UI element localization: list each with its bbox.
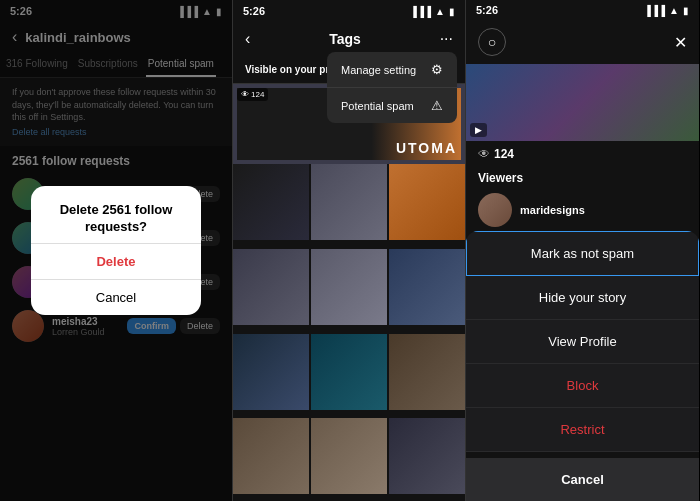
action-sheet: Mark as not spam Hide your story View Pr… — [466, 231, 699, 452]
mark-not-spam-item[interactable]: Mark as not spam — [466, 231, 699, 276]
viewer-avatar — [478, 193, 512, 227]
battery-icon: ▮ — [683, 5, 689, 16]
view-profile-item[interactable]: View Profile — [466, 320, 699, 364]
p2-header-icons: ··· — [440, 30, 453, 48]
story-label: ▶ — [470, 123, 487, 137]
photo-cell[interactable] — [311, 164, 387, 240]
viewer-item: maridesigns — [466, 189, 699, 231]
view-count-number: 124 — [494, 147, 514, 161]
cancel-button[interactable]: Cancel — [466, 458, 699, 501]
status-bar-3: 5:26 ▐▐▐ ▲ ▮ — [466, 0, 699, 20]
signal-icon: ▐▐▐ — [644, 5, 665, 16]
p3-header: ○ ✕ — [466, 20, 699, 64]
view-count: 124 — [251, 90, 264, 99]
view-count-row: 👁 124 — [466, 141, 699, 167]
eye-icon: 👁 — [241, 90, 249, 99]
photo-cell[interactable] — [389, 334, 465, 410]
action-sheet-section: Mark as not spam Hide your story View Pr… — [466, 231, 699, 501]
status-icons-3: ▐▐▐ ▲ ▮ — [644, 5, 689, 16]
tags-title: Tags — [329, 31, 361, 47]
status-icons-2: ▐▐▐ ▲ ▮ — [410, 6, 455, 17]
status-bar-2: 5:26 ▐▐▐ ▲ ▮ — [233, 0, 465, 22]
manage-menu: Manage setting ⚙ Potential spam ⚠ — [327, 52, 457, 123]
panel-tags: 5:26 ▐▐▐ ▲ ▮ ‹ Tags ··· Manage setting ⚙… — [233, 0, 466, 501]
photo-cell[interactable] — [233, 334, 309, 410]
photo-cell[interactable] — [311, 249, 387, 325]
photo-grid — [233, 164, 465, 501]
settings-icon: ⚙ — [431, 62, 443, 77]
potential-spam-label: Potential spam — [341, 100, 414, 112]
modal-cancel-button[interactable]: Cancel — [31, 280, 201, 315]
viewers-title: Viewers — [466, 167, 699, 189]
status-time-2: 5:26 — [243, 5, 265, 17]
battery-icon: ▮ — [449, 6, 455, 17]
panel-follow-requests: 5:26 ▐▐▐ ▲ ▮ ‹ kalindi_rainbows 316 Foll… — [0, 0, 233, 501]
block-item[interactable]: Block — [466, 364, 699, 408]
person-icon: ○ — [488, 34, 496, 50]
photo-cell[interactable] — [233, 418, 309, 494]
p2-header: ‹ Tags ··· — [233, 22, 465, 56]
panel-story-viewers: 5:26 ▐▐▐ ▲ ▮ ○ ✕ ▶ 👁 124 Viewers marides… — [466, 0, 699, 501]
photo-cell[interactable] — [233, 164, 309, 240]
delete-modal: Delete 2561 follow requests? Delete Canc… — [31, 186, 201, 316]
hide-story-item[interactable]: Hide your story — [466, 276, 699, 320]
profile-circle-icon: ○ — [478, 28, 506, 56]
manage-setting-item[interactable]: Manage setting ⚙ — [327, 52, 457, 88]
restrict-item[interactable]: Restrict — [466, 408, 699, 452]
photo-cell[interactable] — [311, 418, 387, 494]
modal-title: Delete 2561 follow requests? — [31, 186, 201, 244]
photo-cell[interactable] — [389, 249, 465, 325]
viewer-name: maridesigns — [520, 204, 585, 216]
photo-cell[interactable] — [311, 334, 387, 410]
wifi-icon: ▲ — [669, 5, 679, 16]
status-time-3: 5:26 — [476, 4, 498, 16]
back-button-p2[interactable]: ‹ — [245, 30, 250, 48]
warning-icon: ⚠ — [431, 98, 443, 113]
close-icon[interactable]: ✕ — [674, 33, 687, 52]
photo-cell[interactable] — [389, 418, 465, 494]
modal-delete-button[interactable]: Delete — [31, 244, 201, 279]
photo-cell[interactable] — [233, 249, 309, 325]
story-preview: ▶ — [466, 64, 699, 141]
modal-overlay[interactable]: Delete 2561 follow requests? Delete Canc… — [0, 0, 232, 501]
more-options-icon[interactable]: ··· — [440, 30, 453, 48]
signal-icon: ▐▐▐ — [410, 6, 431, 17]
view-count-badge: 👁 124 — [237, 88, 268, 101]
photo-cell[interactable] — [389, 164, 465, 240]
potential-spam-item[interactable]: Potential spam ⚠ — [327, 88, 457, 123]
manage-setting-label: Manage setting — [341, 64, 416, 76]
eye-icon: 👁 — [478, 147, 490, 161]
wifi-icon: ▲ — [435, 6, 445, 17]
featured-label: UTOMA — [396, 140, 457, 156]
